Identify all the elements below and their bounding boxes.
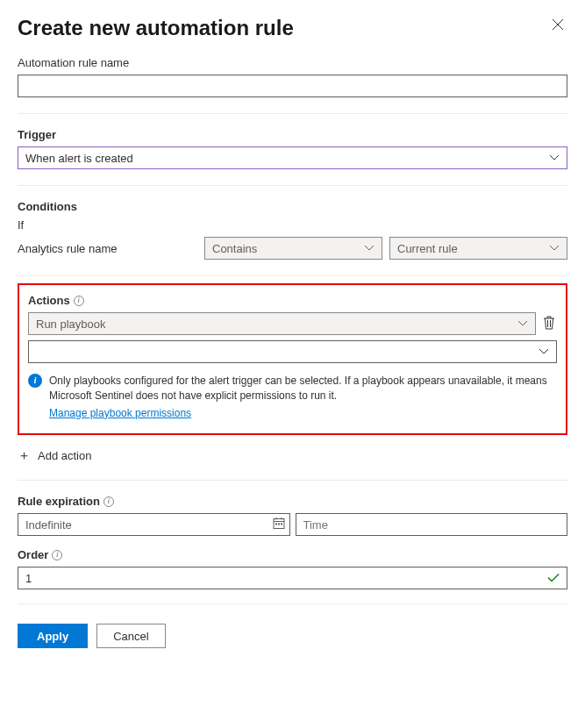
order-input[interactable]: 1: [18, 567, 567, 589]
panel-title: Create new automation rule: [18, 16, 294, 40]
trigger-label: Trigger: [18, 128, 567, 141]
order-label-text: Order: [18, 548, 48, 561]
add-action-button[interactable]: ＋ Add action: [18, 447, 567, 464]
chevron-down-icon: [549, 245, 560, 252]
order-value: 1: [25, 572, 32, 585]
chevron-down-icon: [549, 154, 560, 161]
trigger-dropdown[interactable]: When alert is created: [18, 146, 567, 169]
chevron-down-icon: [539, 348, 549, 355]
rule-name-label: Automation rule name: [18, 56, 567, 69]
divider: [18, 603, 567, 604]
cancel-button[interactable]: Cancel: [96, 624, 165, 648]
order-label: Order i: [18, 548, 567, 561]
divider: [18, 113, 567, 114]
apply-button[interactable]: Apply: [18, 624, 88, 648]
conditions-label: Conditions: [18, 200, 567, 213]
condition-value-selected: Current rule: [397, 242, 458, 255]
chevron-down-icon: [517, 320, 528, 327]
expiration-time-input[interactable]: [296, 513, 568, 536]
close-button[interactable]: [548, 16, 567, 35]
info-icon: i: [28, 374, 42, 388]
divider: [18, 480, 567, 481]
actions-label-text: Actions: [28, 294, 70, 307]
checkmark-icon: [547, 572, 560, 585]
playbook-dropdown[interactable]: [28, 340, 557, 363]
plus-icon: ＋: [18, 447, 31, 464]
trigger-selected: When alert is created: [25, 152, 133, 165]
actions-label: Actions i: [28, 294, 557, 307]
conditions-if-label: If: [18, 218, 567, 232]
rule-expiration-text: Rule expiration: [18, 495, 100, 508]
close-icon: [552, 18, 564, 31]
condition-value-dropdown[interactable]: Current rule: [389, 237, 567, 260]
trash-icon: [543, 316, 555, 330]
expiration-date-input[interactable]: [18, 513, 290, 536]
action-type-dropdown[interactable]: Run playbook: [28, 312, 536, 335]
info-icon[interactable]: i: [52, 550, 62, 560]
info-icon[interactable]: i: [74, 296, 84, 306]
playbook-info-text: Only playbooks configured for the alert …: [49, 374, 557, 421]
actions-highlight-box: Actions i Run playbook i Only playbooks …: [18, 283, 567, 435]
condition-operator-dropdown[interactable]: Contains: [204, 237, 382, 260]
delete-action-button[interactable]: [541, 314, 557, 334]
chevron-down-icon: [364, 245, 375, 252]
rule-expiration-label: Rule expiration i: [18, 495, 567, 508]
condition-operator-value: Contains: [212, 242, 257, 255]
action-type-selected: Run playbook: [36, 318, 106, 331]
add-action-label: Add action: [38, 449, 91, 462]
info-text-content: Only playbooks configured for the alert …: [49, 375, 547, 402]
rule-name-input[interactable]: [18, 75, 567, 97]
info-icon[interactable]: i: [103, 496, 114, 507]
divider: [18, 185, 567, 186]
manage-permissions-link[interactable]: Manage playbook permissions: [49, 406, 191, 421]
divider: [18, 275, 567, 276]
condition-field-label: Analytics rule name: [18, 242, 197, 255]
